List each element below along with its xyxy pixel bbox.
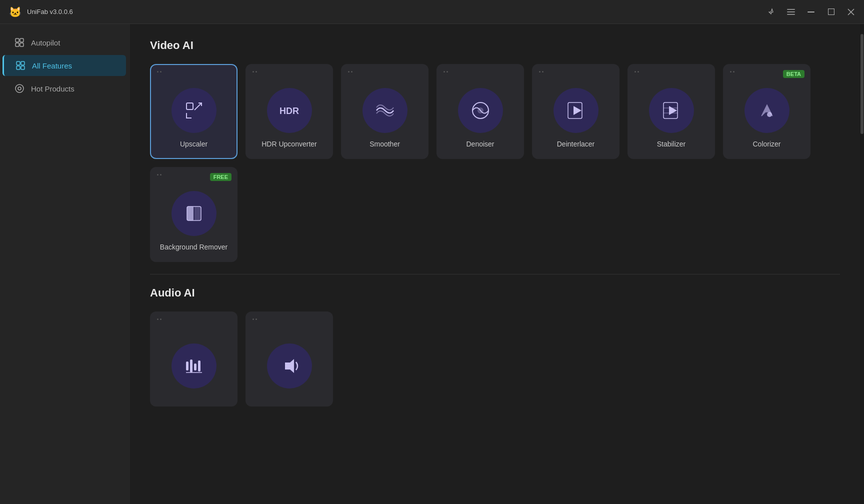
sidebar-item-hot-products[interactable]: Hot Products: [4, 78, 126, 99]
svg-rect-8: [20, 38, 24, 42]
background-remover-icon-bg: [172, 191, 216, 236]
video-ai-grid: Upscaler HDR HDR Upconverter: [150, 64, 840, 262]
background-remover-label: Background Remover: [160, 243, 228, 251]
feature-card-denoiser[interactable]: Denoiser: [436, 64, 524, 159]
menu-button[interactable]: [786, 7, 796, 17]
feature-card-background-remover[interactable]: FREE Background Remover: [150, 167, 238, 262]
card-decoration: [252, 318, 257, 320]
window-controls: [766, 7, 856, 17]
svg-rect-10: [20, 43, 24, 46]
pin-button[interactable]: [766, 7, 776, 17]
svg-rect-34: [190, 360, 192, 372]
autopilot-icon: [14, 37, 25, 48]
svg-rect-13: [16, 66, 20, 70]
colorizer-label: Colorizer: [752, 140, 780, 148]
content-area: Video AI Upscaler: [130, 24, 860, 504]
video-ai-title: Video AI: [150, 39, 840, 52]
colorizer-icon-bg: [744, 88, 790, 133]
upscaler-label: Upscaler: [180, 140, 208, 148]
svg-rect-3: [808, 12, 814, 12]
svg-marker-25: [669, 106, 677, 115]
feature-card-hdr-upconverter[interactable]: HDR HDR Upconverter: [246, 64, 333, 159]
feature-card-audio-1[interactable]: [150, 312, 238, 406]
smoother-icon-bg: [362, 88, 408, 133]
video-ai-section: Video AI Upscaler: [150, 39, 840, 262]
upscaler-icon-bg: [172, 88, 216, 133]
svg-point-28: [767, 112, 772, 117]
card-decoration: [157, 174, 162, 176]
scrollbar-thumb[interactable]: [860, 34, 864, 134]
svg-rect-35: [194, 364, 196, 370]
svg-rect-0: [787, 9, 795, 10]
svg-rect-9: [16, 43, 19, 46]
audio-ai-title: Audio AI: [150, 286, 840, 300]
svg-point-16: [18, 87, 21, 90]
feature-card-colorizer[interactable]: BETA Colorizer: [723, 64, 810, 159]
card-decoration: [157, 71, 162, 72]
card-decoration: [634, 71, 639, 72]
section-divider: [150, 274, 840, 274]
card-decoration: [348, 71, 352, 72]
sidebar-item-label-hot-products: Hot Products: [31, 84, 74, 93]
hdr-label: HDR Upconverter: [262, 140, 316, 148]
denoiser-label: Denoiser: [466, 140, 494, 148]
main-layout: Autopilot All Features Hot Products: [0, 24, 864, 504]
sidebar: Autopilot All Features Hot Products: [0, 24, 130, 504]
feature-card-upscaler[interactable]: Upscaler: [150, 64, 238, 159]
denoiser-icon-bg: [458, 88, 503, 133]
audio-ai-grid: [150, 312, 840, 406]
deinterlacer-icon-bg: [554, 88, 598, 133]
stabilizer-label: Stabilizer: [657, 140, 686, 148]
svg-rect-11: [16, 62, 20, 65]
svg-rect-7: [16, 38, 19, 42]
title-bar: 🐱 UniFab v3.0.0.6: [0, 0, 864, 24]
colorizer-badge: BETA: [783, 70, 804, 78]
svg-marker-23: [574, 106, 582, 115]
audio1-icon-bg: [172, 344, 216, 388]
app-title: UniFab v3.0.0.6: [27, 8, 73, 16]
sidebar-item-autopilot[interactable]: Autopilot: [4, 32, 126, 53]
svg-rect-4: [828, 9, 834, 15]
sidebar-item-label-autopilot: Autopilot: [31, 38, 60, 47]
maximize-button[interactable]: [826, 7, 836, 17]
svg-rect-12: [21, 62, 24, 65]
svg-text:HDR: HDR: [280, 106, 299, 116]
svg-rect-33: [186, 362, 188, 370]
svg-rect-36: [198, 360, 200, 372]
card-decoration: [444, 71, 448, 72]
card-decoration: [157, 318, 162, 320]
sidebar-item-label-all-features: All Features: [32, 62, 72, 70]
svg-point-15: [16, 84, 24, 92]
all-features-icon: [15, 60, 26, 71]
svg-rect-17: [186, 103, 193, 110]
card-decoration: [730, 71, 734, 72]
hot-products-icon: [14, 83, 25, 94]
svg-rect-14: [21, 66, 24, 70]
feature-card-smoother[interactable]: Smoother: [341, 64, 428, 159]
deinterlacer-label: Deinterlacer: [557, 140, 594, 148]
feature-card-audio-2[interactable]: [246, 312, 333, 406]
feature-card-deinterlacer[interactable]: Deinterlacer: [532, 64, 620, 159]
hdr-icon-bg: HDR: [267, 88, 312, 133]
audio-ai-section: Audio AI: [150, 286, 840, 406]
card-decoration: [252, 71, 257, 72]
scrollbar[interactable]: [860, 24, 864, 504]
minimize-button[interactable]: [806, 7, 816, 17]
svg-rect-1: [787, 12, 795, 12]
smoother-label: Smoother: [370, 140, 400, 148]
card-decoration: [539, 71, 544, 72]
feature-card-stabilizer[interactable]: Stabilizer: [628, 64, 715, 159]
stabilizer-icon-bg: [649, 88, 694, 133]
sidebar-item-all-features[interactable]: All Features: [2, 55, 126, 76]
close-button[interactable]: [846, 7, 856, 17]
app-logo: 🐱: [8, 5, 22, 19]
svg-point-21: [478, 108, 484, 114]
svg-rect-2: [787, 14, 795, 15]
background-remover-badge: FREE: [210, 173, 232, 181]
audio2-icon-bg: [267, 344, 312, 388]
svg-rect-30: [187, 206, 194, 220]
